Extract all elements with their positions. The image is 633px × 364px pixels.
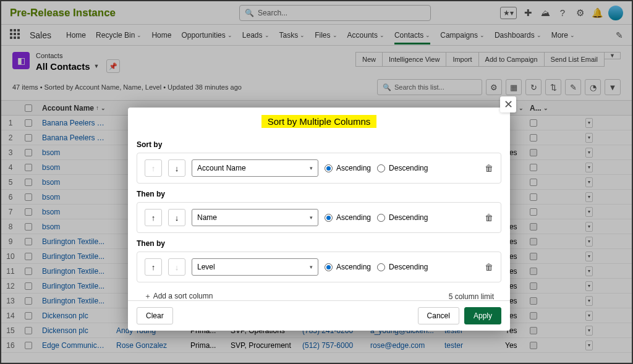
move-up-button[interactable]: ↑ [145, 209, 162, 226]
modal-title: Sort by Multiple Columns [128, 108, 510, 133]
cancel-button[interactable]: Cancel [418, 307, 459, 324]
sort-row: ↑↓Name▾AscendingDescending🗑 [137, 202, 501, 233]
column-limit-label: 5 column limit [449, 292, 494, 301]
move-down-button[interactable]: ↓ [168, 159, 185, 177]
descending-radio[interactable]: Descending [377, 164, 428, 172]
delete-icon[interactable]: 🗑 [485, 213, 493, 222]
sort-modal: ✕ Sort by Multiple Columns Sort by↑↓Acco… [128, 108, 510, 331]
apply-button[interactable]: Apply [464, 307, 501, 324]
delete-icon[interactable]: 🗑 [485, 262, 493, 272]
add-sort-column-link[interactable]: ＋ Add a sort column [144, 291, 213, 300]
sort-by-label: Sort by [137, 140, 501, 149]
descending-radio[interactable]: Descending [377, 263, 428, 271]
move-up-button[interactable]: ↑ [145, 258, 162, 276]
move-down-button[interactable]: ↓ [168, 209, 185, 226]
clear-button[interactable]: Clear [137, 307, 173, 324]
chevron-down-icon: ▾ [310, 264, 313, 270]
then-by-label: Then by [137, 190, 501, 198]
ascending-radio[interactable]: Ascending [325, 213, 371, 222]
field-select[interactable]: Level▾ [192, 258, 318, 276]
field-select[interactable]: Account Name▾ [192, 159, 318, 177]
delete-icon[interactable]: 🗑 [485, 163, 493, 173]
move-up-button: ↑ [145, 159, 162, 177]
descending-radio[interactable]: Descending [377, 213, 428, 222]
sort-row: ↑↓Account Name▾AscendingDescending🗑 [137, 153, 501, 184]
sort-row: ↑↓Level▾AscendingDescending🗑 [137, 252, 501, 282]
ascending-radio[interactable]: Ascending [325, 164, 371, 172]
then-by-label: Then by [137, 239, 501, 248]
chevron-down-icon: ▾ [310, 214, 313, 221]
chevron-down-icon: ▾ [310, 165, 313, 171]
ascending-radio[interactable]: Ascending [325, 263, 371, 271]
close-icon[interactable]: ✕ [500, 96, 516, 112]
modal-footer: Clear Cancel Apply [128, 300, 510, 331]
move-down-button: ↓ [168, 258, 185, 276]
field-select[interactable]: Name▾ [192, 209, 318, 226]
